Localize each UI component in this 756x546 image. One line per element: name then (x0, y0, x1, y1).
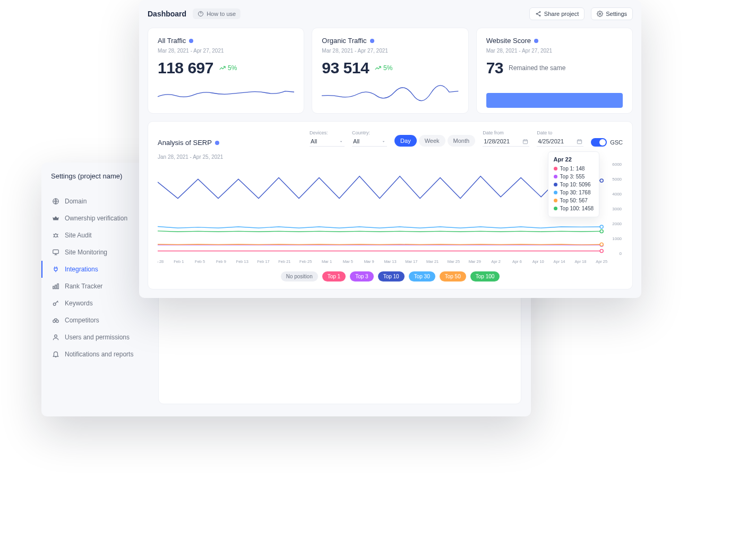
svg-point-13 (539, 15, 540, 16)
svg-point-6 (53, 303, 56, 305)
svg-text:Feb 25: Feb 25 (299, 259, 312, 264)
legend-top-30[interactable]: Top 30 (409, 271, 435, 281)
calendar-icon (577, 139, 582, 144)
date-to-input[interactable]: Date to 4/25/2021 (537, 130, 583, 147)
svg-point-7 (53, 320, 56, 322)
svg-text:Mar 29: Mar 29 (469, 259, 481, 264)
legend-top-1[interactable]: Top 1 (322, 271, 346, 281)
svg-point-0 (53, 199, 59, 204)
svg-text:Mar 9: Mar 9 (364, 259, 374, 264)
svg-point-1 (54, 234, 57, 237)
monitor-icon (52, 249, 59, 256)
bell-icon (52, 351, 59, 358)
svg-text:Mar 25: Mar 25 (448, 259, 460, 264)
gear-icon (597, 11, 603, 17)
svg-text:2000: 2000 (612, 221, 622, 226)
user-icon (52, 334, 59, 341)
sparkline (322, 83, 458, 103)
devices-select[interactable]: Devices: All (310, 130, 345, 147)
chart-tooltip: Apr 22 Top 1: 148Top 3: 555Top 10: 5096T… (548, 151, 599, 217)
info-dot-icon[interactable] (215, 141, 219, 145)
svg-rect-15 (523, 140, 528, 143)
svg-text:Feb 5: Feb 5 (195, 259, 205, 264)
crown-icon (52, 215, 59, 222)
svg-text:Apr 18: Apr 18 (574, 259, 586, 264)
svg-text:Jan 28: Jan 28 (158, 259, 164, 264)
share-icon (535, 11, 542, 17)
svg-rect-5 (57, 284, 58, 288)
svg-text:0: 0 (620, 251, 622, 256)
svg-point-20 (600, 225, 603, 228)
period-week[interactable]: Week (419, 135, 445, 147)
svg-rect-3 (53, 286, 54, 289)
settings-button[interactable]: Settings (591, 7, 633, 20)
svg-point-9 (55, 335, 57, 337)
calendar-icon (522, 139, 528, 144)
trend-up-icon (374, 64, 382, 72)
gsc-toggle[interactable] (591, 138, 607, 147)
svg-text:4000: 4000 (612, 192, 622, 197)
svg-text:Apr 10: Apr 10 (532, 259, 544, 264)
sparkline (158, 83, 294, 103)
svg-text:1000: 1000 (612, 236, 622, 241)
howto-button[interactable]: How to use (193, 8, 240, 19)
svg-text:6000: 6000 (612, 162, 622, 167)
legend-top-100[interactable]: Top 100 (470, 271, 500, 281)
period-toggle: Day Week Month (394, 135, 475, 147)
dashboard-window: Dashboard How to use Share project Setti… (139, 0, 641, 298)
metric-organic-traffic: Organic Traffic Mar 28, 2021 - Apr 27, 2… (312, 28, 468, 114)
svg-text:Feb 21: Feb 21 (278, 259, 290, 264)
legend-no-position[interactable]: No position (281, 271, 318, 281)
serp-card: Analysis of SERP Devices: All Country: A… (148, 121, 633, 289)
period-day[interactable]: Day (394, 135, 417, 147)
plug-icon (52, 266, 59, 273)
svg-point-11 (539, 12, 540, 13)
chevron-down-icon (339, 139, 343, 144)
svg-point-8 (56, 320, 59, 322)
metric-value: 93 514 (322, 59, 369, 77)
trend-up-icon (219, 64, 226, 72)
svg-text:Mar 13: Mar 13 (384, 259, 396, 264)
legend-top-10[interactable]: Top 10 (378, 271, 405, 281)
svg-text:Mar 17: Mar 17 (405, 259, 417, 264)
svg-text:5000: 5000 (612, 177, 622, 182)
nav-keywords[interactable]: Keywords (41, 295, 158, 312)
nav-users[interactable]: Users and permissions (41, 329, 158, 346)
nav-notifications[interactable]: Notifications and reports (41, 346, 158, 363)
metric-value: 73 (486, 59, 503, 77)
svg-point-17 (600, 249, 603, 252)
svg-text:Apr 25: Apr 25 (596, 259, 607, 264)
info-dot-icon[interactable] (534, 39, 538, 43)
bug-icon (52, 232, 59, 239)
help-icon (197, 11, 204, 17)
date-from-input[interactable]: Date from 1/28/2021 (483, 130, 529, 147)
binoculars-icon (52, 317, 59, 324)
key-icon (52, 300, 59, 307)
info-dot-icon[interactable] (370, 39, 374, 43)
info-dot-icon[interactable] (189, 39, 193, 43)
share-button[interactable]: Share project (529, 7, 585, 20)
svg-text:Mar 21: Mar 21 (426, 259, 439, 264)
svg-text:Mar 5: Mar 5 (343, 259, 353, 264)
period-month[interactable]: Month (448, 135, 476, 147)
svg-text:3000: 3000 (612, 207, 622, 211)
legend-top-3[interactable]: Top 3 (350, 271, 373, 281)
svg-rect-16 (578, 140, 582, 143)
svg-point-22 (600, 229, 603, 233)
delta-up: 5% (219, 64, 237, 72)
country-select[interactable]: Country: All (352, 130, 387, 147)
svg-text:Apr 6: Apr 6 (512, 259, 522, 264)
serp-legend: No positionTop 1Top 3Top 10Top 30Top 50T… (158, 271, 623, 281)
svg-text:Feb 13: Feb 13 (236, 259, 248, 264)
legend-top-50[interactable]: Top 50 (440, 271, 466, 281)
nav-competitors[interactable]: Competitors (41, 312, 158, 329)
chevron-down-icon (381, 139, 386, 144)
score-bar (486, 93, 623, 108)
svg-text:Apr 14: Apr 14 (554, 259, 565, 264)
delta-up: 5% (374, 64, 392, 72)
page-title: Dashboard (148, 10, 186, 18)
serp-chart: Apr 22 Top 1: 148Top 3: 555Top 10: 5096T… (158, 160, 623, 266)
metric-value: 118 697 (158, 59, 213, 77)
svg-point-21 (600, 243, 603, 246)
metric-all-traffic: All Traffic Mar 28, 2021 - Apr 27, 2021 … (148, 28, 304, 114)
